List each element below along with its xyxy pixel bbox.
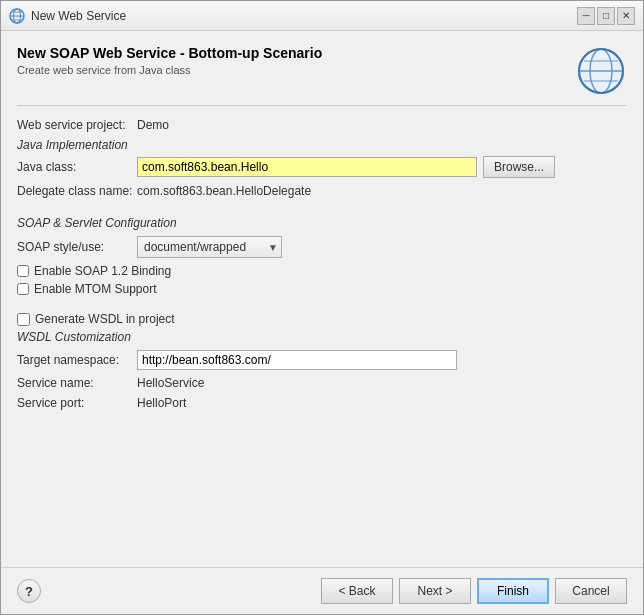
target-namespace-input[interactable]: [137, 350, 457, 370]
maximize-button[interactable]: □: [597, 7, 615, 25]
soap12-label: Enable SOAP 1.2 Binding: [34, 264, 171, 278]
wsdl-generate-checkbox[interactable]: [17, 313, 30, 326]
soap12-checkbox-row: Enable SOAP 1.2 Binding: [17, 264, 627, 278]
project-value: Demo: [137, 118, 169, 132]
service-port-label: Service port:: [17, 396, 137, 410]
soap-style-row: SOAP style/use: document/wrapped rpc/lit…: [17, 236, 627, 258]
service-name-value: HelloService: [137, 376, 204, 390]
soap-style-select-wrapper: document/wrapped rpc/literal rpc/encoded…: [137, 236, 282, 258]
window-title: New Web Service: [31, 9, 126, 23]
globe-icon: [575, 45, 627, 97]
header-section: New SOAP Web Service - Bottom-up Scenari…: [17, 45, 627, 106]
project-row: Web service project: Demo: [17, 118, 627, 132]
delegate-class-value: com.soft863.bean.HelloDelegate: [137, 184, 311, 198]
finish-button[interactable]: Finish: [477, 578, 549, 604]
navigation-buttons: < Back Next > Finish Cancel: [321, 578, 627, 604]
wsdl-generate-row: Generate WSDL in project: [17, 312, 627, 326]
title-bar-controls: ─ □ ✕: [577, 7, 635, 25]
soap-style-label: SOAP style/use:: [17, 240, 137, 254]
header-text: New SOAP Web Service - Bottom-up Scenari…: [17, 45, 575, 76]
wsdl-generate-label: Generate WSDL in project: [35, 312, 175, 326]
soap-section-label: SOAP & Servlet Configuration: [17, 216, 627, 230]
title-bar-left: New Web Service: [9, 8, 126, 24]
mtom-checkbox[interactable]: [17, 283, 29, 295]
wsdl-customization-label: WSDL Customization: [17, 330, 627, 344]
service-port-row: Service port: HelloPort: [17, 396, 627, 410]
target-namespace-row: Target namespace:: [17, 350, 627, 370]
mtom-label: Enable MTOM Support: [34, 282, 157, 296]
soap-style-select[interactable]: document/wrapped rpc/literal rpc/encoded: [137, 236, 282, 258]
java-impl-section-label: Java Implementation: [17, 138, 627, 152]
delegate-class-row: Delegate class name: com.soft863.bean.He…: [17, 184, 627, 198]
main-form: Web service project: Demo Java Implement…: [17, 118, 627, 559]
close-button[interactable]: ✕: [617, 7, 635, 25]
window-icon: [9, 8, 25, 24]
delegate-class-label: Delegate class name:: [17, 184, 137, 198]
back-button[interactable]: < Back: [321, 578, 393, 604]
service-name-row: Service name: HelloService: [17, 376, 627, 390]
java-class-label: Java class:: [17, 160, 137, 174]
dialog-content: New SOAP Web Service - Bottom-up Scenari…: [1, 31, 643, 567]
minimize-button[interactable]: ─: [577, 7, 595, 25]
target-namespace-label: Target namespace:: [17, 353, 137, 367]
next-button[interactable]: Next >: [399, 578, 471, 604]
soap12-checkbox[interactable]: [17, 265, 29, 277]
java-class-row: Java class: Browse...: [17, 156, 627, 178]
title-bar: New Web Service ─ □ ✕: [1, 1, 643, 31]
service-port-value: HelloPort: [137, 396, 186, 410]
window: New Web Service ─ □ ✕ New SOAP Web Servi…: [0, 0, 644, 615]
service-name-label: Service name:: [17, 376, 137, 390]
dialog-subtitle: Create web service from Java class: [17, 64, 575, 76]
mtom-checkbox-row: Enable MTOM Support: [17, 282, 627, 296]
project-label: Web service project:: [17, 118, 137, 132]
bottom-bar: ? < Back Next > Finish Cancel: [1, 567, 643, 614]
help-button[interactable]: ?: [17, 579, 41, 603]
java-class-input[interactable]: [137, 157, 477, 177]
dialog-title: New SOAP Web Service - Bottom-up Scenari…: [17, 45, 575, 61]
cancel-button[interactable]: Cancel: [555, 578, 627, 604]
browse-button[interactable]: Browse...: [483, 156, 555, 178]
